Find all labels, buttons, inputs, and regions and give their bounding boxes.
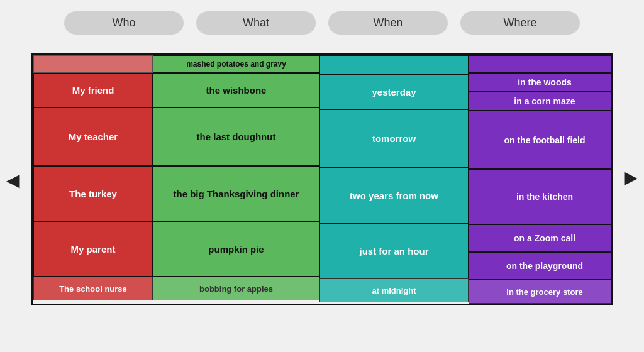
- when-row3[interactable]: two years from now: [319, 168, 469, 223]
- what-col: mashed potatoes and gravy the wishbone t…: [153, 55, 319, 304]
- who-header[interactable]: Who: [64, 11, 184, 35]
- who-row4[interactable]: My parent: [33, 221, 153, 277]
- when-row4[interactable]: just for an hour: [319, 223, 469, 278]
- who-col: My friend My teacher The turkey My paren…: [33, 55, 153, 304]
- where-header[interactable]: Where: [460, 11, 580, 35]
- where-row0: [469, 55, 613, 73]
- who-row2[interactable]: My teacher: [33, 107, 153, 166]
- who-row3[interactable]: The turkey: [33, 166, 153, 221]
- when-row2[interactable]: tomorrow: [319, 109, 469, 168]
- what-row3[interactable]: the big Thanksgiving dinner: [153, 166, 319, 221]
- where-row1-bottom[interactable]: in a corn maze: [469, 92, 613, 111]
- where-row4-bottom[interactable]: on the playground: [469, 252, 613, 280]
- where-row5[interactable]: in the grocery store: [469, 280, 613, 304]
- where-row2[interactable]: on the football field: [469, 111, 613, 169]
- what-row4[interactable]: pumpkin pie: [153, 221, 319, 277]
- table-container: ◀ ◀ My friend My teacher The turkey My p…: [31, 53, 613, 305]
- header-row: Who What When Where: [0, 0, 644, 41]
- what-header[interactable]: What: [196, 11, 316, 35]
- when-row0: [319, 55, 469, 75]
- who-row1[interactable]: My friend: [33, 73, 153, 107]
- when-col: yesterday tomorrow two years from now ju…: [319, 55, 469, 304]
- who-row5[interactable]: The school nurse: [33, 277, 153, 300]
- where-row3[interactable]: in the kitchen: [469, 169, 613, 224]
- when-row5[interactable]: at midnight: [319, 278, 469, 302]
- what-row2[interactable]: the last doughnut: [153, 107, 319, 166]
- when-header[interactable]: When: [328, 11, 448, 35]
- who-row0: [33, 55, 153, 73]
- where-row1-top[interactable]: in the woods: [469, 73, 613, 92]
- what-row0: mashed potatoes and gravy: [153, 55, 319, 73]
- where-col: in the woods in a corn maze on the footb…: [469, 55, 613, 304]
- grid: My friend My teacher The turkey My paren…: [31, 53, 613, 305]
- when-row1[interactable]: yesterday: [319, 75, 469, 109]
- left-arrow[interactable]: ◀: [6, 169, 20, 190]
- what-row5[interactable]: bobbing for apples: [153, 277, 319, 300]
- what-row1[interactable]: the wishbone: [153, 73, 319, 107]
- right-arrow[interactable]: ◀: [624, 169, 638, 190]
- where-row4-top[interactable]: on a Zoom call: [469, 224, 613, 252]
